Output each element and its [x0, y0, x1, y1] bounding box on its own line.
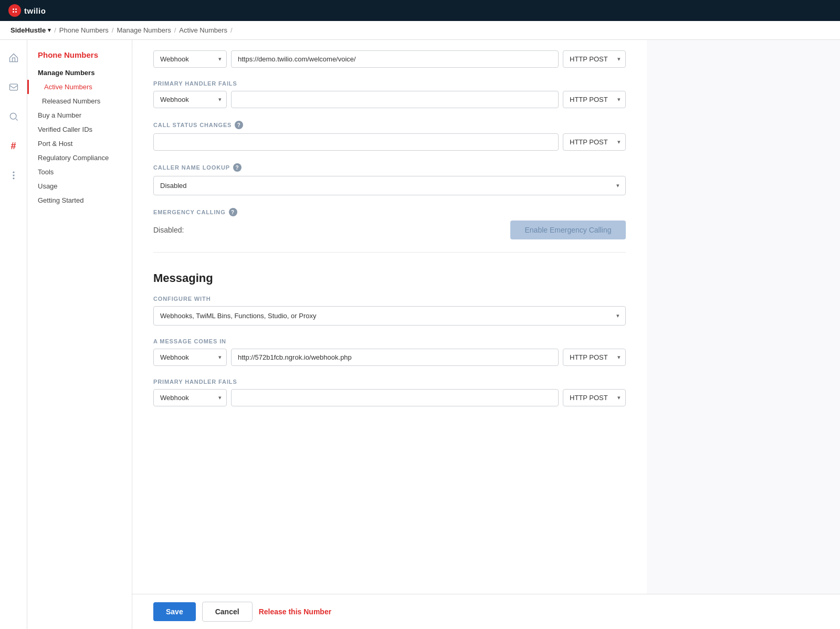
sidebar-tools[interactable]: Tools — [27, 165, 132, 179]
voice-webhook-select[interactable]: Webhook — [153, 50, 227, 68]
voice-call-status-url-input[interactable] — [153, 133, 559, 151]
messaging-divider — [153, 252, 626, 253]
main-content: Webhook ▾ HTTP POST ▾ — [132, 40, 840, 629]
left-sidebar: Phone Numbers Manage Numbers Active Numb… — [27, 40, 132, 629]
voice-caller-name-select[interactable]: Disabled Enabled — [153, 176, 626, 195]
svg-rect-5 — [9, 84, 17, 90]
voice-call-status-row: HTTP POST ▾ — [153, 133, 626, 151]
top-bar: twilio — [0, 0, 840, 21]
messaging-primary-handler-http-select[interactable]: HTTP POST — [563, 389, 626, 406]
messaging-comes-in-section: A MESSAGE COMES IN Webhook ▾ HTTP P — [153, 338, 626, 366]
sidebar-regulatory-compliance[interactable]: Regulatory Compliance — [27, 151, 132, 165]
messaging-primary-handler-section: PRIMARY HANDLER FAILS Webhook ▾ HTT — [153, 379, 626, 406]
sidebar-getting-started[interactable]: Getting Started — [27, 193, 132, 207]
messaging-comes-in-http-select[interactable]: HTTP POST — [563, 349, 626, 366]
svg-point-8 — [13, 175, 14, 176]
breadcrumb-phone-numbers[interactable]: Phone Numbers — [59, 26, 109, 34]
svg-point-1 — [13, 8, 14, 10]
bottom-action-bar: Save Cancel Release this Number — [132, 594, 840, 629]
sidebar-item-active-numbers[interactable]: Active Numbers — [27, 80, 132, 94]
voice-primary-handler-label: PRIMARY HANDLER FAILS — [153, 80, 626, 87]
voice-primary-handler-section: PRIMARY HANDLER FAILS Webhook ▾ HTT — [153, 80, 626, 108]
voice-http-method-wrapper: HTTP POST ▾ — [563, 50, 626, 68]
release-number-button[interactable]: Release this Number — [259, 602, 332, 621]
account-name[interactable]: SideHustle ▾ — [10, 26, 51, 34]
svg-point-2 — [15, 8, 17, 10]
phone-nav-icon[interactable]: # — [4, 137, 23, 155]
caller-name-help-icon[interactable]: ? — [233, 163, 242, 172]
emergency-calling-help-icon[interactable]: ? — [229, 208, 237, 216]
voice-webhook-select-wrapper: Webhook ▾ — [153, 50, 227, 68]
icon-sidebar: # — [0, 40, 27, 629]
messages-nav-icon[interactable] — [4, 78, 23, 97]
search-nav-icon[interactable] — [4, 107, 23, 126]
messaging-configure-with-select[interactable]: Webhooks, TwiML Bins, Functions, Studio,… — [153, 306, 626, 326]
voice-webhook-url-input[interactable] — [231, 50, 559, 68]
svg-point-4 — [15, 11, 17, 13]
voice-call-status-label: CALL STATUS CHANGES ? — [153, 121, 626, 129]
svg-point-9 — [13, 178, 14, 179]
voice-primary-handler-webhook-select[interactable]: Webhook — [153, 91, 227, 108]
enable-emergency-calling-button[interactable]: Enable Emergency Calling — [510, 221, 626, 239]
cancel-button[interactable]: Cancel — [202, 602, 253, 622]
sidebar-manage-numbers[interactable]: Manage Numbers — [27, 66, 132, 80]
app-name: twilio — [24, 6, 46, 15]
home-nav-icon[interactable] — [4, 48, 23, 67]
messaging-comes-in-label: A MESSAGE COMES IN — [153, 338, 626, 344]
voice-primary-handler-webhook-wrapper: Webhook ▾ — [153, 91, 227, 108]
content-area: Webhook ▾ HTTP POST ▾ — [132, 40, 647, 629]
voice-section: Webhook ▾ HTTP POST ▾ — [153, 40, 626, 461]
sidebar-port-host[interactable]: Port & Host — [27, 137, 132, 151]
messaging-comes-in-http-wrapper: HTTP POST ▾ — [563, 349, 626, 366]
messaging-configure-with-section: CONFIGURE WITH Webhooks, TwiML Bins, Fun… — [153, 296, 626, 326]
svg-point-7 — [13, 172, 14, 173]
messaging-primary-handler-row: Webhook ▾ HTTP POST ▾ — [153, 389, 626, 406]
call-status-help-icon[interactable]: ? — [235, 121, 243, 129]
sidebar-section-title: Phone Numbers — [27, 50, 132, 66]
svg-point-0 — [10, 6, 19, 15]
messaging-primary-handler-http-wrapper: HTTP POST ▾ — [563, 389, 626, 406]
sidebar-buy-number[interactable]: Buy a Number — [27, 108, 132, 122]
sidebar-verified-caller-ids[interactable]: Verified Caller IDs — [27, 122, 132, 137]
voice-webhook-row: Webhook ▾ HTTP POST ▾ — [153, 50, 626, 68]
voice-configure-with-section: Webhook ▾ HTTP POST ▾ — [153, 50, 626, 68]
messaging-primary-handler-url-input[interactable] — [231, 389, 559, 406]
voice-call-status-http-wrapper: HTTP POST ▾ — [563, 133, 626, 151]
sidebar-usage[interactable]: Usage — [27, 179, 132, 193]
voice-caller-name-wrapper: Disabled Enabled ▾ — [153, 176, 626, 195]
account-chevron-icon: ▾ — [48, 27, 51, 34]
messaging-primary-handler-webhook-wrapper: Webhook ▾ — [153, 389, 227, 406]
svg-point-6 — [10, 113, 16, 119]
messaging-primary-handler-label: PRIMARY HANDLER FAILS — [153, 379, 626, 385]
messaging-comes-in-webhook-select[interactable]: Webhook — [153, 349, 227, 366]
messaging-configure-with-wrapper: Webhooks, TwiML Bins, Functions, Studio,… — [153, 306, 626, 326]
voice-call-status-http-select[interactable]: HTTP POST — [563, 133, 626, 151]
logo: twilio — [8, 4, 46, 17]
voice-http-method-select[interactable]: HTTP POST — [563, 50, 626, 68]
voice-caller-name-label: CALLER NAME LOOKUP ? — [153, 163, 626, 172]
breadcrumb-active-numbers[interactable]: Active Numbers — [179, 26, 227, 34]
messaging-section-heading: Messaging — [153, 267, 626, 285]
svg-point-3 — [13, 11, 14, 13]
messaging-configure-with-label: CONFIGURE WITH — [153, 296, 626, 302]
voice-primary-handler-http-wrapper: HTTP POST ▾ — [563, 91, 626, 108]
breadcrumb-manage-numbers[interactable]: Manage Numbers — [117, 26, 171, 34]
breadcrumb-bar: SideHustle ▾ / Phone Numbers / Manage Nu… — [0, 21, 840, 40]
voice-primary-handler-url-input[interactable] — [231, 91, 559, 108]
messaging-comes-in-webhook-wrapper: Webhook ▾ — [153, 349, 227, 366]
messaging-comes-in-row: Webhook ▾ HTTP POST ▾ — [153, 349, 626, 366]
voice-emergency-calling-label: EMERGENCY CALLING ? — [153, 208, 626, 216]
voice-caller-name-section: CALLER NAME LOOKUP ? Disabled Enabled ▾ — [153, 163, 626, 195]
messaging-primary-handler-webhook-select[interactable]: Webhook — [153, 389, 227, 406]
voice-primary-handler-http-select[interactable]: HTTP POST — [563, 91, 626, 108]
emergency-disabled-text: Disabled: — [153, 226, 184, 234]
save-button[interactable]: Save — [153, 602, 196, 621]
voice-primary-handler-row: Webhook ▾ HTTP POST ▾ — [153, 91, 626, 108]
voice-emergency-calling-section: EMERGENCY CALLING ? Disabled: Enable Eme… — [153, 208, 626, 239]
more-nav-icon[interactable] — [4, 166, 23, 185]
sidebar-item-released-numbers[interactable]: Released Numbers — [27, 94, 132, 108]
messaging-comes-in-url-input[interactable] — [231, 349, 559, 366]
voice-call-status-section: CALL STATUS CHANGES ? HTTP POST ▾ — [153, 121, 626, 151]
main-layout: # Phone Numbers Manage Numbers Active Nu… — [0, 40, 840, 629]
voice-emergency-row: Disabled: Enable Emergency Calling — [153, 221, 626, 239]
